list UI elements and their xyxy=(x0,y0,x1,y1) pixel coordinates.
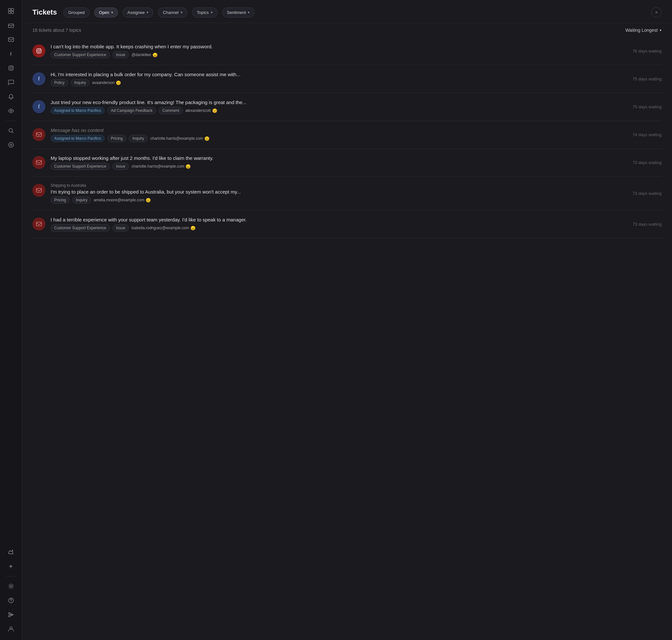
sidebar: f xyxy=(0,0,22,640)
ticket-waiting: 73 days waiting xyxy=(632,222,662,227)
ticket-tags: Customer Support ExperienceIssue isabell… xyxy=(51,224,622,232)
svg-rect-19 xyxy=(36,133,42,136)
ticket-avatar xyxy=(32,128,45,141)
svg-point-18 xyxy=(40,49,41,50)
send-icon[interactable] xyxy=(4,608,17,621)
ticket-waiting: 75 days waiting xyxy=(632,104,662,109)
ticket-tags: Assigned to Marco PacificoPricingInquiry… xyxy=(51,135,622,142)
ticket-tag: Customer Support Experience xyxy=(51,163,110,170)
ticket-tag: Issue xyxy=(113,163,129,170)
svg-point-17 xyxy=(38,50,40,52)
ticket-subject: Message has no content xyxy=(51,127,622,133)
close-filters-button[interactable]: × xyxy=(651,7,662,17)
chat-icon[interactable] xyxy=(4,76,17,89)
add-icon[interactable] xyxy=(4,139,17,151)
layout-icon[interactable] xyxy=(4,4,17,17)
mail-icon[interactable] xyxy=(4,33,17,46)
ticket-avatar xyxy=(32,218,45,231)
ticket-tags: Assigned to Marco PacificoAd Campaign Fe… xyxy=(51,107,622,114)
toolbar: 16 tickets about 7 topics Waiting Longes… xyxy=(22,23,672,37)
chart-icon[interactable] xyxy=(4,546,17,558)
ticket-item[interactable]: f Hi, I'm interested in placing a bulk o… xyxy=(32,65,662,93)
open-filter[interactable]: Open ▾ xyxy=(94,8,118,17)
ticket-count: 16 tickets about 7 topics xyxy=(32,28,81,33)
sentiment-filter[interactable]: Sentiment ▾ xyxy=(222,8,255,17)
ticket-waiting: 75 days waiting xyxy=(632,76,662,82)
ticket-waiting: 73 days waiting xyxy=(632,191,662,196)
ticket-tag: Inquiry xyxy=(71,79,89,86)
ticket-waiting: 74 days waiting xyxy=(632,132,662,137)
svg-rect-22 xyxy=(36,222,42,226)
ticket-avatar: f xyxy=(32,72,45,85)
open-label: Open xyxy=(99,10,109,15)
ticket-subject: I had a terrible experience with your su… xyxy=(51,217,622,222)
ticket-list: I can't log into the mobile app. It keep… xyxy=(22,37,672,640)
facebook-icon[interactable]: f xyxy=(4,47,17,60)
ticket-subject: My laptop stopped working after just 2 m… xyxy=(51,155,622,161)
ticket-subject: I'm trying to place an order to be shipp… xyxy=(51,189,622,194)
assignee-label: Assignee xyxy=(127,10,145,15)
ticket-subject: Hi, I'm interested in placing a bulk ord… xyxy=(51,72,622,77)
ticket-topic: Shipping to Australia xyxy=(51,183,622,188)
ticket-item[interactable]: I can't log into the mobile app. It keep… xyxy=(32,37,662,65)
ticket-body: My laptop stopped working after just 2 m… xyxy=(51,155,622,170)
ticket-body: Hi, I'm interested in placing a bulk ord… xyxy=(51,72,622,86)
ticket-tag: Policy xyxy=(51,79,68,86)
svg-point-8 xyxy=(12,67,13,67)
sort-dropdown[interactable]: Waiting Longest ▾ xyxy=(625,28,662,33)
eye-icon[interactable] xyxy=(4,104,17,117)
ticket-tag: Customer Support Experience xyxy=(51,51,110,58)
ticket-user: alexanderscott 😊 xyxy=(186,108,217,113)
svg-point-7 xyxy=(10,67,12,69)
sentiment-chevron: ▾ xyxy=(248,10,250,15)
bell-icon[interactable] xyxy=(4,90,17,103)
channel-filter[interactable]: Channel ▾ xyxy=(158,8,187,17)
ticket-user: avaanderson 😐 xyxy=(92,81,121,85)
ticket-body: Just tried your new eco-friendly product… xyxy=(51,100,622,114)
sparkle-icon[interactable]: ✦ xyxy=(4,560,17,573)
user-icon[interactable] xyxy=(4,623,17,636)
open-chevron: ▾ xyxy=(111,10,113,15)
ticket-avatar xyxy=(32,156,45,169)
topics-filter[interactable]: Topics ▾ xyxy=(192,8,218,17)
ticket-tags: PricingInquiry amelia.moore@example.com … xyxy=(51,197,622,204)
ticket-item[interactable]: My laptop stopped working after just 2 m… xyxy=(32,149,662,177)
sentiment-icon: 😠 xyxy=(153,53,158,57)
header: Tickets Grouped Open ▾ Assignee ▾ Channe… xyxy=(22,0,672,23)
instagram-icon[interactable] xyxy=(4,62,17,75)
ticket-avatar xyxy=(32,44,45,57)
ticket-user: isabella.rodriguez@example.com 😠 xyxy=(131,226,196,231)
inbox-icon[interactable] xyxy=(4,19,17,32)
svg-rect-0 xyxy=(9,9,11,11)
search-icon[interactable] xyxy=(4,124,17,137)
sort-chevron: ▾ xyxy=(660,28,662,32)
ticket-item[interactable]: Message has no content Assigned to Marco… xyxy=(32,121,662,149)
ticket-body: I can't log into the mobile app. It keep… xyxy=(51,44,622,58)
assignee-filter[interactable]: Assignee ▾ xyxy=(123,8,153,17)
svg-point-14 xyxy=(11,602,11,602)
ticket-subject: I can't log into the mobile app. It keep… xyxy=(51,44,622,49)
page-title: Tickets xyxy=(32,8,57,16)
grouped-filter[interactable]: Grouped xyxy=(63,8,89,17)
ticket-tag: Issue xyxy=(113,224,129,232)
topics-chevron: ▾ xyxy=(211,10,213,15)
ticket-tag: Pricing xyxy=(51,197,70,204)
ticket-item[interactable]: I had a terrible experience with your su… xyxy=(32,210,662,238)
ticket-item[interactable]: f Just tried your new eco-friendly produ… xyxy=(32,93,662,121)
ticket-tag: Inquiry xyxy=(72,197,91,204)
settings-icon[interactable] xyxy=(4,580,17,593)
ticket-tag: Comment xyxy=(159,107,183,114)
ticket-tag: Issue xyxy=(113,51,129,58)
ticket-item[interactable]: Shipping to Australia I'm trying to plac… xyxy=(32,177,662,210)
sentiment-icon: 😊 xyxy=(212,108,217,113)
ticket-tag: Pricing xyxy=(108,135,127,142)
sort-label: Waiting Longest xyxy=(625,28,658,33)
channel-label: Channel xyxy=(163,10,178,15)
ticket-tags: Customer Support ExperienceIssue charlot… xyxy=(51,163,622,170)
ticket-tag: Assigned to Marco Pacifico xyxy=(51,107,105,114)
ticket-user: charlotte.harris@example.com 😐 xyxy=(150,136,210,141)
assignee-chevron: ▾ xyxy=(147,10,148,15)
svg-point-10 xyxy=(9,129,12,132)
help-icon[interactable] xyxy=(4,594,17,607)
svg-rect-2 xyxy=(9,11,11,14)
